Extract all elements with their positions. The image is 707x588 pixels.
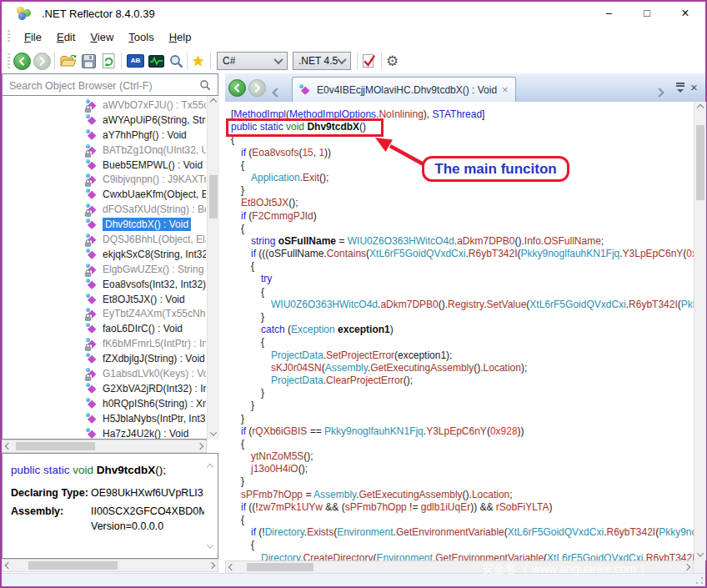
scroll-thumb[interactable] xyxy=(696,125,704,200)
tree-item[interactable]: aWYApUiP6(String, Stri xyxy=(3,113,206,128)
declaring-type-value: OE98UkHXwf6UVpRLI3.E0v xyxy=(91,487,204,499)
code-line: j13o0H4iO(); xyxy=(225,463,694,475)
forward-button[interactable] xyxy=(33,52,51,70)
assembly-row: Assembly: II00SCX2GFCO4XBD0MBJV xyxy=(11,505,204,517)
code-line: if ((!zw7mPk1UYw && (sPFmb7hOpp != gdlb1… xyxy=(225,501,694,514)
tree-item[interactable]: Et8OJt5JX() : Void xyxy=(3,292,206,307)
tree-item[interactable]: DQSJ6BhhL(Object, Ela xyxy=(3,232,206,247)
tree-item[interactable]: h0RQpISh6(String) : Xm xyxy=(3,396,206,411)
details-horizontal-scrollbar[interactable] xyxy=(2,559,218,572)
save-button[interactable] xyxy=(82,52,96,70)
tab-list-button[interactable] xyxy=(675,83,685,93)
code-line: { xyxy=(225,336,694,349)
search-icon xyxy=(169,54,183,68)
annotation-rectangle xyxy=(226,118,384,137)
tree-item[interactable]: dFOSafXUd(String) : Bo xyxy=(3,202,206,217)
method-icon xyxy=(86,322,99,335)
tree-item[interactable]: C9ibjvqnpn() : J9KAXTr xyxy=(3,172,206,187)
scroll-down-arrow[interactable] xyxy=(205,541,215,551)
separator xyxy=(121,53,122,69)
tree-item[interactable]: G1absdLVk0(Keys) : Voi xyxy=(3,366,206,381)
tree-item[interactable]: faoL6DIrC() : Void xyxy=(3,321,206,336)
tabstrip-close-button[interactable]: × xyxy=(690,80,698,94)
method-private-icon xyxy=(86,233,99,246)
maximize-button[interactable]: □ xyxy=(628,2,666,25)
tree-vertical-scrollbar[interactable] xyxy=(207,96,219,440)
watermark: 安全客（ www.anquanke.com ） xyxy=(482,562,651,577)
tree-item[interactable]: aWVbO7xFJU() : Tx55cN xyxy=(3,98,206,113)
signature-suffix: (); xyxy=(155,464,166,476)
tree-horizontal-scrollbar[interactable] xyxy=(2,440,207,453)
history-forward-button[interactable] xyxy=(248,79,266,97)
tree-item-label: aY7hhPhgf() : Void xyxy=(103,129,187,141)
tree-item[interactable]: fK6bMFmrL5(IntPtr) : In xyxy=(3,336,206,351)
menu-file[interactable]: File xyxy=(17,28,49,46)
method-icon xyxy=(86,382,99,395)
search-input[interactable] xyxy=(8,77,194,94)
menu-grip xyxy=(8,30,10,43)
code-line: { xyxy=(225,223,694,235)
search-button[interactable] xyxy=(169,52,183,70)
code-line: if (!Directory.Exists(Environment.GetEnv… xyxy=(225,526,694,539)
tree-item-label: C9ibjvqnpn() : J9KAXTr xyxy=(103,173,206,185)
method-private-icon xyxy=(86,143,99,157)
scroll-thumb[interactable] xyxy=(28,561,118,570)
scroll-up-arrow[interactable] xyxy=(205,462,215,472)
method-private-icon xyxy=(86,203,99,216)
tree-item-label: Bueb5EMPWL() : Void xyxy=(103,159,203,171)
scroll-tabs-right-button[interactable] xyxy=(656,84,663,99)
language-select[interactable]: C# xyxy=(217,52,288,70)
method-icon xyxy=(86,218,99,231)
tree-item[interactable]: ekjqkSxC8(String, Int32 xyxy=(3,247,206,262)
history-back-button[interactable] xyxy=(228,79,246,97)
scroll-thumb[interactable] xyxy=(247,563,313,571)
method-icon xyxy=(86,158,99,172)
menu-edit[interactable]: Edit xyxy=(49,28,83,46)
tree-item[interactable]: G2XbVA2jRD(Int32) : Int xyxy=(3,381,206,396)
scroll-thumb[interactable] xyxy=(16,442,95,450)
tree-item-label: fZXdbjlgJ(String) : Void xyxy=(103,353,205,364)
run-check-button[interactable] xyxy=(363,52,375,70)
code-line: if (rQXb6iGBIS == Pkky9noglfauhKN1Fjq.Y3… xyxy=(225,425,694,438)
tree-item[interactable]: Dhv9tcdbX() : Void xyxy=(3,217,206,232)
tree-item-label: fK6bMFmrL5(IntPtr) : In xyxy=(103,338,206,349)
code-line: sKJ0r04SN(Assembly.GetExecutingAssembly(… xyxy=(225,362,694,374)
favorites-button[interactable]: ★ xyxy=(192,52,204,70)
search-glass-icon xyxy=(199,79,211,91)
scrollbar-corner xyxy=(694,560,705,574)
tree-item[interactable]: Eoa8vsofs(Int32, Int32) xyxy=(3,277,206,292)
rename-button[interactable]: AB xyxy=(127,52,144,70)
back-button[interactable] xyxy=(13,52,31,70)
menu-help[interactable]: Help xyxy=(162,28,199,46)
scroll-thumb[interactable] xyxy=(209,175,218,219)
menu-tools[interactable]: Tools xyxy=(121,28,161,46)
tree-item[interactable]: fZXdbjlgJ(String) : Void xyxy=(3,351,206,366)
refresh-button[interactable] xyxy=(103,52,116,70)
annotation-text: The main funciton xyxy=(434,161,556,178)
settings-button[interactable]: ⚙ xyxy=(386,52,399,70)
tree-item[interactable]: BATbZg1Onq(UInt32, U xyxy=(3,143,206,158)
menu-view[interactable]: View xyxy=(83,28,121,46)
code-vertical-scrollbar[interactable] xyxy=(694,102,706,560)
tab-close-icon[interactable]: × xyxy=(502,85,509,95)
method-icon xyxy=(86,188,99,201)
tree-item[interactable]: Ha7zJ4U2k() : Void xyxy=(3,426,206,440)
decompiled-source-view[interactable]: [MethodImpl(MethodImplOptions.NoInlining… xyxy=(225,102,694,560)
tree-item[interactable]: CwxbUaeKfm(Object, E xyxy=(3,187,206,202)
close-button[interactable]: × xyxy=(666,2,704,25)
tree-item[interactable]: ElgbGwUZEx() : String xyxy=(3,262,206,277)
tree-item[interactable]: EyTbtZ4AXm(Tx55cNh xyxy=(3,306,206,321)
framework-select[interactable]: .NET 4.5 xyxy=(293,52,351,70)
resize-grip[interactable] xyxy=(696,577,703,584)
il-view-button[interactable] xyxy=(148,52,164,70)
tree-item[interactable]: H5JblaNybs(IntPtr, Int3 xyxy=(3,411,206,426)
minimize-button[interactable]: − xyxy=(589,2,628,25)
tree-item[interactable]: aY7hhPhgf() : Void xyxy=(3,128,206,143)
code-line: { xyxy=(225,438,694,450)
tree-item[interactable]: Bueb5EMPWL() : Void xyxy=(3,158,206,173)
tab-active[interactable]: E0v4IBEcjjMOlaviHC.Dhv9tcdbX() : Void × xyxy=(292,77,516,103)
open-button[interactable] xyxy=(60,52,77,70)
method-private-icon xyxy=(86,173,99,186)
tree-item-label: Eoa8vsofs(Int32, Int32) xyxy=(103,279,206,290)
scroll-tabs-left-button[interactable] xyxy=(273,84,280,99)
